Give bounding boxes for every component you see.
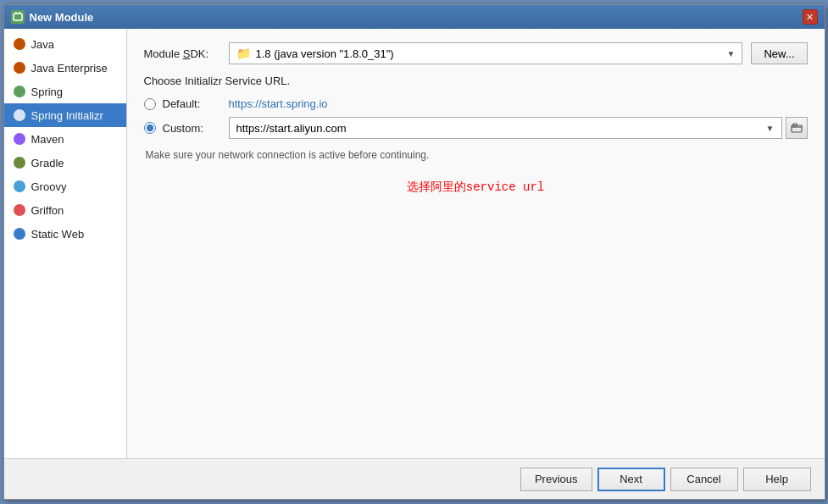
- default-url-link[interactable]: https://start.spring.io: [229, 97, 328, 110]
- spring-label: Spring: [31, 86, 64, 98]
- sidebar-item-spring-initializer[interactable]: Spring Initializr: [4, 103, 126, 127]
- annotation-text: 选择阿里的service url: [407, 180, 544, 194]
- griffon-label: Griffon: [31, 204, 64, 217]
- java-enterprise-icon: [13, 61, 26, 75]
- custom-url-container: https://start.aliyun.com ▼: [229, 117, 808, 139]
- custom-url-browse-button[interactable]: [786, 117, 808, 139]
- maven-icon: [13, 132, 26, 146]
- java-label: Java: [31, 38, 54, 51]
- sdk-select[interactable]: 📁 1.8 (java version "1.8.0_31") ▼: [229, 42, 743, 64]
- previous-button[interactable]: Previous: [520, 468, 592, 491]
- dialog-window: New Module ✕ JavaJava EnterpriseSpringSp…: [3, 4, 825, 500]
- spring-icon: [13, 85, 26, 98]
- java-enterprise-label: Java Enterprise: [31, 62, 108, 75]
- default-radio[interactable]: [144, 98, 156, 110]
- default-radio-row: Default: https://start.spring.io: [144, 97, 808, 110]
- hint-text: Make sure your network connection is act…: [146, 149, 808, 161]
- sidebar-item-gradle[interactable]: Gradle: [4, 151, 126, 174]
- sdk-select-value: 📁 1.8 (java version "1.8.0_31"): [236, 47, 394, 60]
- sdk-dropdown-arrow: ▼: [726, 49, 735, 58]
- sidebar: JavaJava EnterpriseSpringSpring Initiali…: [4, 29, 127, 458]
- choose-initializr-text: Choose Initializr Service URL.: [144, 75, 808, 87]
- sdk-version-text: 1.8 (java version "1.8.0_31"): [256, 47, 394, 60]
- groovy-label: Groovy: [31, 180, 67, 193]
- svg-rect-0: [14, 14, 22, 20]
- sidebar-item-java-enterprise[interactable]: Java Enterprise: [4, 56, 126, 80]
- sidebar-item-groovy[interactable]: Groovy: [4, 174, 126, 198]
- sidebar-item-griffon[interactable]: Griffon: [4, 198, 126, 222]
- help-button[interactable]: Help: [743, 468, 811, 491]
- static-web-label: Static Web: [31, 228, 85, 241]
- sidebar-item-static-web[interactable]: Static Web: [4, 222, 126, 246]
- custom-radio-label: Custom:: [163, 122, 222, 135]
- title-bar: New Module ✕: [4, 5, 825, 29]
- sdk-row: Module SDK: 📁 1.8 (java version "1.8.0_3…: [144, 42, 808, 64]
- maven-label: Maven: [31, 133, 64, 146]
- sidebar-item-java[interactable]: Java: [4, 32, 126, 56]
- custom-url-select[interactable]: https://start.aliyun.com ▼: [229, 117, 782, 139]
- dialog-footer: Previous Next Cancel Help: [4, 458, 825, 499]
- next-button[interactable]: Next: [597, 468, 665, 491]
- spring-initializer-icon: [13, 108, 26, 122]
- static-web-icon: [13, 227, 26, 241]
- content-area: Module SDK: 📁 1.8 (java version "1.8.0_3…: [127, 29, 825, 458]
- title-bar-left: New Module: [11, 10, 94, 24]
- sidebar-item-maven[interactable]: Maven: [4, 127, 126, 151]
- griffon-icon: [13, 203, 26, 217]
- sidebar-item-spring[interactable]: Spring: [4, 80, 126, 103]
- default-radio-label: Default:: [163, 97, 222, 110]
- gradle-icon: [13, 156, 26, 169]
- gradle-label: Gradle: [31, 157, 64, 169]
- title-bar-title: New Module: [30, 11, 94, 24]
- title-bar-icon: [11, 10, 25, 24]
- sdk-label: Module SDK:: [144, 47, 220, 60]
- cancel-button[interactable]: Cancel: [670, 468, 738, 491]
- custom-url-value: https://start.aliyun.com: [236, 122, 347, 135]
- dialog-body: JavaJava EnterpriseSpringSpring Initiali…: [4, 29, 825, 458]
- groovy-icon: [13, 180, 26, 193]
- java-icon: [13, 37, 26, 51]
- custom-radio-row: Custom: https://start.aliyun.com ▼: [144, 117, 808, 139]
- radio-group: Default: https://start.spring.io Custom:…: [144, 97, 808, 139]
- custom-radio[interactable]: [144, 122, 156, 134]
- folder-icon: 📁: [236, 47, 251, 60]
- new-sdk-button[interactable]: New...: [751, 42, 807, 64]
- spring-initializer-label: Spring Initializr: [31, 109, 103, 122]
- custom-url-dropdown-arrow: ▼: [766, 124, 775, 133]
- close-button[interactable]: ✕: [803, 9, 818, 25]
